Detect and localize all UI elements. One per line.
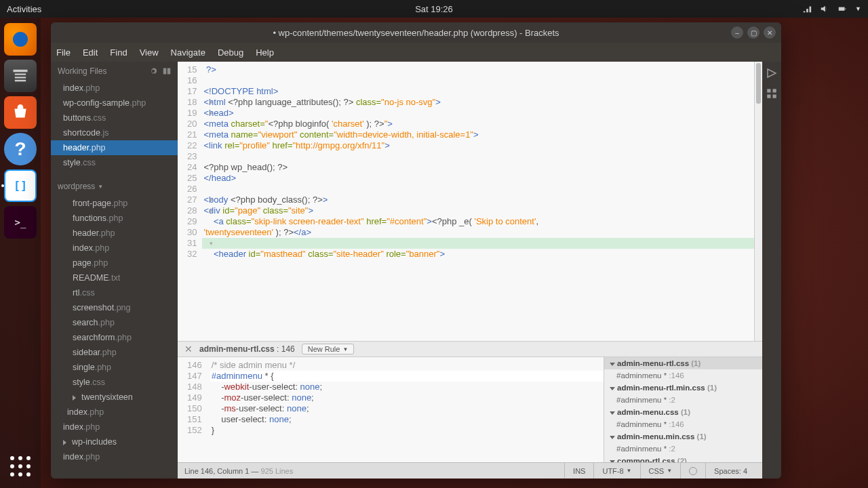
result-file[interactable]: admin-menu.min.css (1) [604,430,762,443]
gear-icon[interactable] [149,67,157,75]
volume-icon [820,4,829,14]
file-item[interactable]: front-page.php [51,196,178,211]
brackets-window: • wp-content/themes/twentyseventeen/head… [51,22,781,479]
statusbar: Line 146, Column 1 — 925 Lines INS UTF-8… [178,462,762,479]
close-icon[interactable]: ✕ [184,344,193,354]
sidebar: Working Files index.phpwp-config-sample.… [51,62,178,479]
menu-debug[interactable]: Debug [218,47,243,58]
editor-area: 151617181920212223242526272829303132 ▾▾▾… [178,62,762,479]
result-file[interactable]: admin-menu-rtl.min.css (1) [604,382,762,394]
file-item[interactable]: rtl.css [51,285,178,300]
system-tray[interactable]: ▼ [802,4,861,14]
extensions-icon[interactable] [766,87,778,100]
working-files-header[interactable]: Working Files [51,62,178,81]
encoding-selector[interactable]: UTF-8▼ [593,463,639,479]
scrollbar[interactable] [754,62,762,341]
firefox-icon[interactable] [4,23,37,56]
folder-item[interactable]: wp-includes [51,434,178,449]
file-item[interactable]: single.php [51,360,178,375]
chevron-down-icon: ▼ [855,5,861,12]
network-icon [802,4,812,14]
svg-rect-2 [767,89,770,92]
result-file[interactable]: admin-menu-rtl.css (1) [604,357,762,369]
circle-icon [689,467,697,475]
chevron-down-icon: ▼ [342,346,348,352]
maximize-button[interactable]: ▢ [747,26,760,39]
quick-edit-header: ✕ admin-menu-rtl.css : 146 New Rule ▼ [178,341,762,357]
css-rule-list: admin-menu-rtl.css (1)#adminmenu * :146a… [604,357,762,462]
menu-view[interactable]: View [140,47,159,58]
svg-rect-4 [767,95,770,98]
project-header[interactable]: wordpress ▼ [51,177,178,196]
battery-icon [837,4,847,14]
working-file[interactable]: style.css [51,155,178,170]
language-selector[interactable]: CSS▼ [640,463,681,479]
result-file[interactable]: common-rtl.css (2) [604,455,762,462]
menu-help[interactable]: Help [256,47,274,58]
file-item[interactable]: index.php [51,420,178,434]
brackets-icon[interactable] [4,169,37,202]
menu-edit[interactable]: Edit [83,47,98,58]
minimize-button[interactable]: – [731,26,743,39]
menu-navigate[interactable]: Navigate [171,47,205,58]
clock[interactable]: Sat 19:26 [415,4,453,14]
svg-rect-5 [773,95,776,98]
main-editor[interactable]: 151617181920212223242526272829303132 ▾▾▾… [178,62,762,341]
dock: ? [0,18,41,488]
quick-edit-file: admin-menu-rtl.css : 146 [199,344,295,354]
svg-rect-0 [163,68,167,75]
working-file[interactable]: buttons.css [51,110,178,125]
working-file[interactable]: index.php [51,81,178,96]
menu-file[interactable]: File [56,47,71,58]
lint-status[interactable] [680,463,705,479]
quick-edit-editor[interactable]: 146147148149150151152 /* side admin menu… [178,357,604,462]
new-rule-button[interactable]: New Rule ▼ [302,344,355,354]
files-icon[interactable] [4,60,37,92]
file-item[interactable]: sidebar.php [51,345,178,360]
terminal-icon[interactable] [4,206,37,239]
file-item[interactable]: functions.php [51,211,178,226]
activities-button[interactable]: Activities [7,4,41,14]
close-button[interactable]: ✕ [764,26,776,39]
result-match[interactable]: #adminmenu * :2 [604,443,762,455]
file-item[interactable]: index.php [51,449,178,464]
file-item[interactable]: search.php [51,315,178,330]
insert-mode[interactable]: INS [564,463,593,479]
result-match[interactable]: #adminmenu * :146 [604,369,762,382]
working-file[interactable]: shortcode.js [51,125,178,140]
file-item[interactable]: header.php [51,226,178,241]
working-file[interactable]: wp-config-sample.php [51,96,178,110]
file-item[interactable]: screenshot.png [51,300,178,315]
menu-find[interactable]: Find [110,47,127,58]
window-title: • wp-content/themes/twentyseventeen/head… [273,28,559,38]
right-toolbar [762,62,781,479]
result-file[interactable]: admin-menu.css (1) [604,406,762,418]
file-item[interactable]: style.css [51,375,178,390]
chevron-down-icon: ▼ [98,184,103,190]
indent-selector[interactable]: Spaces: 4 [705,463,755,479]
file-item[interactable]: page.php [51,256,178,270]
folder-item[interactable]: twentysixteen [51,390,178,405]
svg-rect-1 [167,68,171,75]
file-item[interactable]: index.php [51,241,178,256]
live-preview-icon[interactable] [766,67,778,79]
svg-rect-3 [773,89,776,92]
result-match[interactable]: #adminmenu * :2 [604,394,762,406]
cursor-position: Line 146, Column 1 — 925 Lines [184,467,293,475]
file-item[interactable]: README.txt [51,270,178,285]
show-applications-icon[interactable] [5,451,35,481]
split-icon[interactable] [163,67,171,75]
help-icon[interactable]: ? [4,133,37,165]
working-file[interactable]: header.php [51,140,178,155]
file-item[interactable]: searchform.php [51,330,178,345]
menubar: FileEditFindViewNavigateDebugHelp [51,43,781,62]
file-item[interactable]: index.php [51,405,178,420]
gnome-top-bar: Activities Sat 19:26 ▼ [0,0,868,18]
result-match[interactable]: #adminmenu * :146 [604,418,762,430]
software-center-icon[interactable] [4,96,37,129]
titlebar[interactable]: • wp-content/themes/twentyseventeen/head… [51,22,781,43]
